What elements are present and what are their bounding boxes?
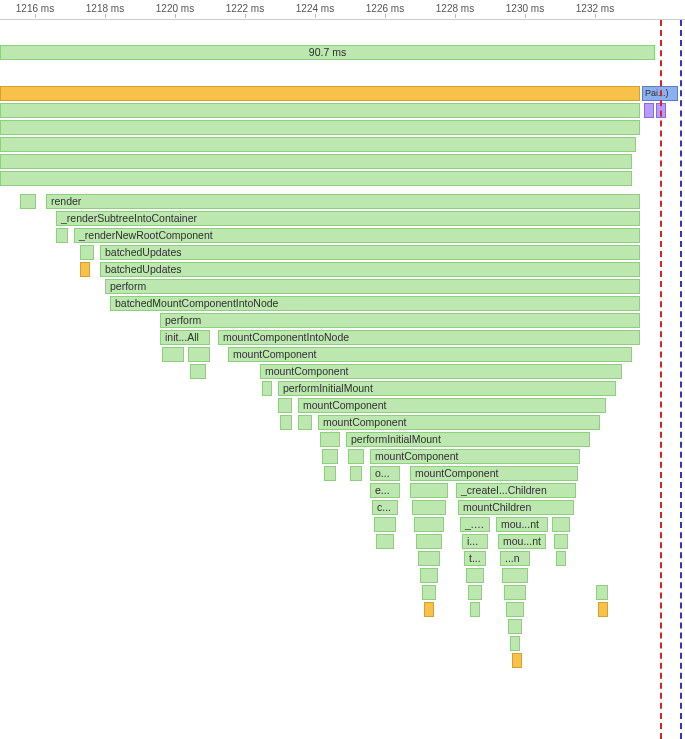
frame-bar[interactable] <box>0 171 632 186</box>
frame-mount-component[interactable]: mountComponent <box>318 415 600 430</box>
frame-batched-updates[interactable]: batchedUpdates <box>100 245 640 260</box>
frame-bar[interactable] <box>80 245 94 260</box>
frame-bar[interactable] <box>0 103 640 118</box>
layout-mini-bar[interactable] <box>644 103 654 118</box>
frame-bar[interactable] <box>348 449 364 464</box>
frame-bar[interactable] <box>298 415 312 430</box>
frame-bar[interactable] <box>56 228 68 243</box>
frame-bar[interactable] <box>508 619 522 634</box>
frame-mount-component[interactable]: mountComponent <box>370 449 580 464</box>
frame-init-all[interactable]: init...All <box>160 330 210 345</box>
frame-nn[interactable]: ...n <box>500 551 530 566</box>
frame-bar[interactable] <box>0 154 632 169</box>
frame-create-children[interactable]: _createI...Children <box>456 483 576 498</box>
frame-perform-initial[interactable]: performInitialMount <box>278 381 616 396</box>
frame-bar[interactable] <box>422 585 436 600</box>
frame-in[interactable]: i... <box>462 534 488 549</box>
frame-bar[interactable] <box>470 602 480 617</box>
ruler-tick: 1218 ms <box>70 0 140 14</box>
frame-batched-updates[interactable]: batchedUpdates <box>100 262 640 277</box>
frame-bar[interactable] <box>418 551 440 566</box>
frame-bar[interactable] <box>556 551 566 566</box>
frame-bar[interactable] <box>420 568 438 583</box>
frame-bar[interactable] <box>410 483 448 498</box>
frame-bar[interactable] <box>280 415 292 430</box>
frame-bar[interactable] <box>350 466 362 481</box>
frame-bar[interactable] <box>0 137 636 152</box>
frame-bar[interactable] <box>416 534 442 549</box>
frame-bar[interactable] <box>506 602 524 617</box>
frame-mount[interactable]: mou...nt <box>498 534 546 549</box>
summary-bar[interactable]: 90.7 ms <box>0 45 655 60</box>
frame-un[interactable]: _...n <box>460 517 490 532</box>
frame-bar[interactable] <box>424 602 434 617</box>
frame-bar[interactable] <box>554 534 568 549</box>
ruler-tick: 1224 ms <box>280 0 350 14</box>
frame-mount-component[interactable]: mountComponent <box>228 347 632 362</box>
frame-mount-children[interactable]: mountChildren <box>458 500 574 515</box>
frame-perform[interactable]: perform <box>105 279 640 294</box>
frame-bar[interactable] <box>320 432 340 447</box>
recording-marker-blue <box>680 20 682 739</box>
frame-o[interactable]: o... <box>370 466 400 481</box>
frame-bar[interactable] <box>510 636 520 651</box>
frame-bar[interactable] <box>188 347 210 362</box>
frame-bar[interactable] <box>468 585 482 600</box>
frame-bar[interactable] <box>324 466 336 481</box>
ruler-tick: 1230 ms <box>490 0 560 14</box>
frame-render[interactable]: render <box>46 194 640 209</box>
frame-bar[interactable] <box>262 381 272 396</box>
frame-mount[interactable]: mou...nt <box>496 517 548 532</box>
frame-batched-mount[interactable]: batchedMountComponentIntoNode <box>110 296 640 311</box>
frame-bar[interactable] <box>504 585 526 600</box>
frame-bar[interactable] <box>596 585 608 600</box>
frame-bar[interactable] <box>412 500 446 515</box>
frame-bar[interactable] <box>322 449 338 464</box>
frame-bar[interactable] <box>374 517 396 532</box>
ruler-tick: 1226 ms <box>350 0 420 14</box>
frame-mount-component[interactable]: mountComponent <box>410 466 578 481</box>
flame-chart[interactable]: 90.7 ms Pai...) render _renderSubtreeInt… <box>0 20 685 739</box>
frame-bar[interactable] <box>0 120 640 135</box>
frame-bar[interactable] <box>376 534 394 549</box>
frame-bar[interactable] <box>80 262 90 277</box>
frame-mount-into-node[interactable]: mountComponentIntoNode <box>218 330 640 345</box>
frame-bar[interactable] <box>598 602 608 617</box>
frame-bar[interactable] <box>162 347 184 362</box>
frame-tn[interactable]: t... <box>464 551 486 566</box>
frame-mount-component[interactable]: mountComponent <box>260 364 622 379</box>
frame-perform-initial[interactable]: performInitialMount <box>346 432 590 447</box>
ruler-tick: 1228 ms <box>420 0 490 14</box>
frame-bar[interactable] <box>466 568 484 583</box>
frame-bar[interactable] <box>512 653 522 668</box>
ruler-tick: 1222 ms <box>210 0 280 14</box>
task-bar[interactable] <box>0 86 640 101</box>
recording-marker-red <box>660 20 662 739</box>
ruler-tick: 1232 ms <box>560 0 630 14</box>
frame-perform[interactable]: perform <box>160 313 640 328</box>
ruler-tick: 1216 ms <box>0 0 70 14</box>
frame-bar[interactable] <box>502 568 528 583</box>
frame-c[interactable]: c... <box>372 500 398 515</box>
frame-bar[interactable] <box>190 364 206 379</box>
frame-render-subtree[interactable]: _renderSubtreeIntoContainer <box>56 211 640 226</box>
frame-bar[interactable] <box>20 194 36 209</box>
frame-render-new-root[interactable]: _renderNewRootComponent <box>74 228 640 243</box>
frame-mount-component[interactable]: mountComponent <box>298 398 606 413</box>
frame-e[interactable]: e... <box>370 483 400 498</box>
time-ruler: 1216 ms 1218 ms 1220 ms 1222 ms 1224 ms … <box>0 0 685 20</box>
ruler-tick: 1220 ms <box>140 0 210 14</box>
frame-bar[interactable] <box>278 398 292 413</box>
frame-bar[interactable] <box>414 517 444 532</box>
frame-bar[interactable] <box>552 517 570 532</box>
